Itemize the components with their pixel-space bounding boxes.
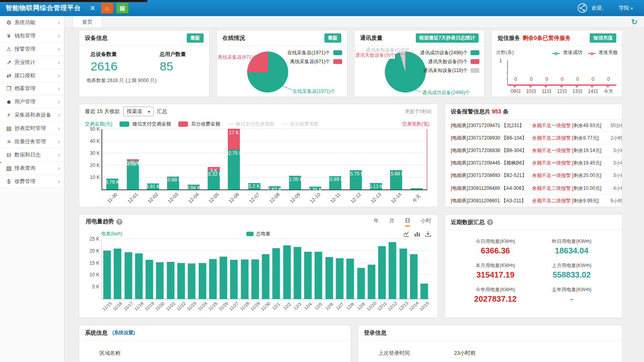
bar-group-12-09[interactable]: 11.05 K12-09 (285, 129, 305, 189)
legend-swatch[interactable] (178, 121, 188, 127)
help-icon[interactable]: ? (116, 219, 122, 225)
period-日[interactable]: 日 (405, 217, 410, 226)
bar-group-12-11[interactable]: 10.89 K12-11 (325, 129, 345, 189)
collection-bar-chart[interactable]: 10 K 20 K 30 K 40 K 50 K 8.79 K11-30 23.… (101, 129, 427, 190)
power-bar-12/3[interactable]: 12/3 (292, 239, 303, 299)
legend-disabled[interactable]: -○- 后台收费笔数 (283, 121, 319, 128)
bar-group-12-08[interactable]: 2.63 K12-08 (264, 129, 285, 189)
alarm-row-5[interactable]: [电能表]230811206489 【A4-306】 余额不足二级报警 [剩余1… (451, 182, 616, 195)
user-menu[interactable]: 学院 ▾ (619, 4, 633, 12)
sms-marker[interactable] (560, 85, 563, 87)
sidebar-item-12[interactable]: $ 收费管理 › (0, 175, 64, 188)
power-bar-11/21[interactable]: 11/21 (165, 239, 176, 299)
power-bar-11/19[interactable]: 11/19 (144, 239, 155, 299)
sms-recharge-button[interactable]: 短信充值 (590, 33, 616, 43)
power-bar-12/10[interactable]: 12/10 (366, 239, 377, 299)
alarm-row-6[interactable]: [电能表]230811206601 【A3-211】 余额不足二级报警 [剩余9… (451, 195, 616, 207)
period-月[interactable]: 月 (389, 217, 394, 226)
help-icon[interactable]: ? (487, 219, 493, 225)
period-年[interactable]: 年 (374, 217, 379, 226)
latest-badge[interactable]: 最新 (187, 33, 204, 43)
power-bar-11/26[interactable]: 11/26 (218, 239, 229, 299)
power-bar-11/16[interactable]: 11/16 (112, 239, 123, 299)
sms-line-chart[interactable]: 1 0 09日 0 10日 0 11日 0 12日 0 13日 0 14日 0 … (507, 60, 616, 85)
power-bar-12/13[interactable]: 12/13 (398, 239, 408, 299)
alarm-row-3[interactable]: [电能表]230717208445 【顺枫B6】 余额不足一级报警 [剩余19.… (451, 157, 616, 170)
power-bar-11/27[interactable]: 11/27 (229, 239, 239, 299)
sidebar-item-2[interactable]: ⚠ 报警管理 › (0, 43, 64, 56)
legend-swatch[interactable] (120, 121, 129, 127)
power-bar-11/25[interactable]: 11/25 (208, 239, 218, 299)
legend-item[interactable]: 通讯未知设备(118)个 (420, 66, 480, 75)
power-bar-11/20[interactable]: 11/20 (155, 239, 165, 299)
power-bar-chart[interactable]: 5 K 10 K 15 K 20 K 25 K 11/15 11/16 11/1… (101, 239, 429, 299)
power-bar-12/14[interactable]: 12/14 (409, 239, 419, 299)
power-bar-11/22[interactable]: 11/22 (176, 239, 186, 299)
sms-marker[interactable] (576, 85, 578, 87)
power-bar-11/15[interactable]: 11/15 (102, 239, 112, 299)
power-bar-12/11[interactable]: 12/11 (377, 239, 387, 299)
bar-group-12-02[interactable]: 4.91 K12-02 (143, 129, 163, 189)
close-icon[interactable]: × (90, 2, 95, 14)
power-bar-11/30[interactable]: 11/30 (260, 239, 271, 299)
bar-group-12-14[interactable]: 15.68 K12-14 (386, 129, 406, 189)
sidebar-item-3[interactable]: ↗ 营业统计 › (0, 56, 64, 69)
legend-item[interactable]: 总电量 (246, 230, 270, 237)
sidebar-item-1[interactable]: ¥ 钱包管理 › (0, 29, 64, 43)
tab-home[interactable]: 首页 (72, 16, 102, 28)
alarm-row-2[interactable]: [电能表]230717208838 【B6-304】 余额不足一级报警 [剩余1… (451, 144, 616, 157)
bar-group-12-01[interactable]: 23.58 K0.95 K12-01 (122, 129, 142, 189)
sidebar-item-5[interactable]: ❐ 档案管理 › (0, 82, 64, 95)
download-icon[interactable] (425, 231, 431, 237)
sidebar-item-8[interactable]: ▤ 抄表定时管理 › (0, 122, 64, 135)
sms-marker[interactable] (607, 85, 609, 87)
bar-group-11-30[interactable]: 8.79 K11-30 (102, 129, 122, 189)
power-bar-12/5[interactable]: 12/5 (313, 239, 324, 299)
sidebar-item-9[interactable]: ≡ 批量任务管理 › (0, 135, 64, 148)
sidebar-item-6[interactable]: ☻ 用户管理 › (0, 95, 64, 109)
refresh-icon[interactable]: ↻ (631, 17, 638, 27)
latest-badge[interactable]: 最新 (324, 33, 341, 43)
power-bar-12/7[interactable]: 12/7 (334, 239, 345, 299)
legend-item[interactable]: 通讯成功设备(2498)个 (420, 48, 480, 57)
power-bar-12/1[interactable]: 12/1 (271, 239, 281, 299)
sidebar-item-10[interactable]: ⊟ 数据和日志 › (0, 148, 64, 162)
sms-marker[interactable] (545, 85, 547, 87)
channel-select[interactable]: 按渠道 ▾ (123, 107, 154, 116)
power-bar-11/17[interactable]: 11/17 (123, 239, 134, 299)
bar-group-12-03[interactable]: 10.68 K12-03 (163, 129, 183, 189)
power-bar-12/15[interactable]: 12/15 (419, 239, 429, 299)
legend-item[interactable]: 离线采集器(671)个 (287, 57, 342, 66)
legend-label[interactable]: 微信支付交易金额 (132, 121, 171, 128)
power-bar-11/18[interactable]: 11/18 (134, 239, 144, 299)
bar-group-12-10[interactable]: 2.35 K12-10 (305, 129, 325, 189)
bar-group-今天[interactable]: 今天 (407, 129, 427, 189)
sidebar-item-0[interactable]: ⚙ 系统功能 › (0, 16, 64, 29)
alarm-row-4[interactable]: [电能表]230717208693 【B2-521】 余额不足一级报警 [剩余2… (451, 170, 616, 182)
bar-group-12-07[interactable]: 5.2 K12-07 (244, 129, 264, 189)
legend-item[interactable]: 通讯失败设备(0)个 (420, 57, 480, 66)
sidebar-item-4[interactable]: ⇄ 接口授权 › (0, 69, 64, 82)
bar-group-12-06[interactable]: 32.75 K17 K12-06 (224, 129, 244, 189)
legend-item[interactable]: 发送成功 (552, 49, 582, 56)
power-bar-12/4[interactable]: 12/4 (303, 239, 313, 299)
power-bar-12/12[interactable]: 12/12 (387, 239, 398, 299)
apps-grid-button[interactable]: ▦ (116, 3, 128, 13)
bar-group-12-05[interactable]: 15.32 K3 K12-05 (204, 129, 224, 189)
bar-group-12-04[interactable]: 3.94 K12-04 (184, 129, 204, 189)
legend-label[interactable]: 后台收费金额 (191, 121, 220, 128)
system-settings-link[interactable]: (系统设置) (112, 329, 135, 336)
bar-group-12-12[interactable]: 15.75 K12-12 (346, 129, 366, 189)
power-bar-12/9[interactable]: 12/9 (355, 239, 366, 299)
alarm-row-0[interactable]: [电能表]230717209471 【北231】 余额不足一级报警 [剩余49.… (451, 119, 616, 132)
power-bar-11/24[interactable]: 11/24 (197, 239, 207, 299)
sidebar-collapse-icon[interactable]: ▸ (0, 160, 2, 164)
legend-item[interactable]: 在线采集器(1971)个 (287, 48, 342, 57)
sms-marker[interactable] (514, 85, 516, 87)
power-bar-11/29[interactable]: 11/29 (250, 239, 260, 299)
bar-chart-toggle-icon[interactable] (414, 231, 420, 237)
power-bar-12/6[interactable]: 12/6 (324, 239, 334, 299)
sidebar-item-11[interactable]: ▧ 报表查询 › (0, 162, 64, 175)
alarm-row-1[interactable]: [电能表]230717208930 【B6-104】 余额不足二级报警 [剩余8… (451, 132, 616, 144)
power-bar-11/28[interactable]: 11/28 (239, 239, 250, 299)
